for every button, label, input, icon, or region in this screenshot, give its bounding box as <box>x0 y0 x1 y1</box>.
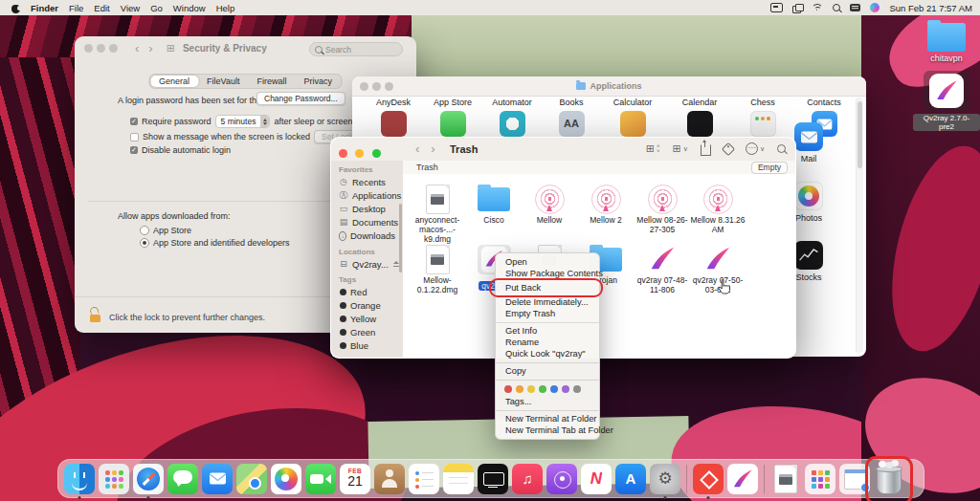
desktop-icon-chitavpn[interactable]: chitavpn <box>917 23 976 63</box>
tags-icon[interactable] <box>722 142 735 155</box>
forward-icon[interactable]: › <box>431 142 434 155</box>
show-all-grid-icon[interactable]: ⊞ <box>167 42 175 54</box>
trash-file-mellow[interactable]: Mellow <box>522 183 577 225</box>
minimize-button[interactable] <box>97 44 105 53</box>
dock-podcasts-icon[interactable] <box>546 464 577 494</box>
tag-color-gray[interactable] <box>573 385 581 393</box>
dock-safari-icon[interactable] <box>133 464 164 494</box>
menu-item-tags[interactable]: Tags... <box>496 396 599 407</box>
app-item-calendar[interactable]: Calendar <box>670 98 729 137</box>
back-icon[interactable]: ‹ <box>135 42 139 54</box>
tab-privacy[interactable]: Privacy <box>295 76 341 87</box>
dock-qv2ray-icon[interactable] <box>727 464 758 494</box>
dock-music-icon[interactable]: ♫ <box>512 464 543 494</box>
menu-item-show-package-contents[interactable]: Show Package Contents <box>496 268 599 279</box>
trash-file-anyconnect[interactable]: anyconnect-macos-...-k9.dmg <box>410 183 465 244</box>
dock-messages-icon[interactable] <box>167 464 198 494</box>
sidebar-tag-orange[interactable]: Orange <box>331 298 403 312</box>
sidebar-tag-blue[interactable]: Blue <box>331 339 403 353</box>
dock-finder-icon[interactable] <box>64 464 95 494</box>
sidebar-item-documents[interactable]: ▤Documents <box>331 216 403 229</box>
menu-go[interactable]: Go <box>150 3 163 13</box>
menu-view[interactable]: View <box>121 3 140 13</box>
zoom-button[interactable] <box>109 44 118 53</box>
menu-item-empty-trash[interactable]: Empty Trash <box>496 308 599 319</box>
app-item-appstore[interactable]: App Store <box>423 98 482 137</box>
sidebar-item-recents[interactable]: ◷Recents <box>331 175 403 188</box>
back-icon[interactable]: ‹ <box>415 142 419 155</box>
trash-file-mellow-dmg[interactable]: Mellow-0.1.22.dmg <box>410 243 465 294</box>
search-input[interactable]: Search <box>309 42 403 56</box>
trash-file-mellow-83126[interactable]: Mellow 8.31.26 AM <box>690 183 746 234</box>
tag-color-blue[interactable] <box>550 385 558 393</box>
dock-calendar-icon[interactable]: FEB 21 <box>340 464 370 494</box>
forward-icon[interactable]: › <box>148 42 152 54</box>
close-button[interactable] <box>84 44 93 53</box>
sidebar-tag-yellow[interactable]: Yellow <box>331 313 403 326</box>
sidebar-scrollbar[interactable] <box>399 204 402 272</box>
dock-photos-icon[interactable] <box>271 464 301 494</box>
app-item-automator[interactable]: Automator <box>482 98 542 137</box>
menu-item-new-terminal-tab[interactable]: New Terminal Tab at Folder <box>496 425 599 436</box>
dock-reminders-icon[interactable] <box>409 464 439 494</box>
trash-file-mellow-08[interactable]: Mellow 08-26-27-305 <box>635 183 690 234</box>
more-actions-icon[interactable]: ⋯∨ <box>746 142 765 155</box>
menu-item-open[interactable]: Open <box>496 256 599 268</box>
keyboard-icon[interactable] <box>850 4 860 11</box>
lock-icon[interactable] <box>90 307 102 322</box>
search-icon[interactable] <box>777 144 786 153</box>
menu-item-delete-immediately[interactable]: Delete Immediately... <box>496 296 599 308</box>
display-icon[interactable] <box>770 3 783 12</box>
tab-firewall[interactable]: Firewall <box>248 76 295 87</box>
close-button[interactable] <box>339 149 347 158</box>
menu-item-put-back[interactable]: Put Back <box>496 283 541 293</box>
sidebar-item-downloads[interactable]: ↓Downloads <box>331 229 403 243</box>
menu-item-get-info[interactable]: Get Info <box>496 325 599 337</box>
share-icon[interactable] <box>701 144 711 156</box>
dock-app-store-icon[interactable]: A <box>615 464 646 494</box>
sidebar-item-qv2ray-volume[interactable]: ⊟Qv2ray... <box>331 257 403 271</box>
change-password-button[interactable]: Change Password... <box>256 92 345 105</box>
menu-window[interactable]: Window <box>173 3 206 13</box>
menu-file[interactable]: File <box>69 3 83 13</box>
wifi-icon[interactable] <box>812 4 823 12</box>
apple-logo-icon[interactable] <box>11 3 20 13</box>
sidebar-tag-red[interactable]: Red <box>331 285 403 298</box>
checkbox-show-message[interactable] <box>130 133 139 142</box>
trash-file-qv2ray-0748[interactable]: qv2ray 07-48-11-806 <box>635 243 690 294</box>
menu-item-quick-look[interactable]: Quick Look "qv2ray" <box>496 348 599 359</box>
tag-color-red[interactable] <box>504 385 512 393</box>
dock-anydesk-icon[interactable] <box>693 464 724 494</box>
scrollbar-thumb[interactable] <box>858 101 862 168</box>
radio-identified-developers[interactable] <box>140 238 149 248</box>
dock-facetime-icon[interactable] <box>305 464 336 494</box>
dock-system-preferences-icon[interactable]: ⚙ <box>650 464 680 494</box>
app-item-anydesk[interactable]: AnyDesk <box>364 98 423 137</box>
minimize-button[interactable] <box>355 149 364 158</box>
menu-item-copy[interactable]: Copy <box>496 365 599 377</box>
dock-news-icon[interactable]: N <box>581 464 612 494</box>
checkbox-require-password[interactable]: ✓ <box>130 118 138 125</box>
siri-icon[interactable] <box>870 3 880 12</box>
scrollbar[interactable] <box>856 98 863 353</box>
menu-finder[interactable]: Finder <box>31 3 58 13</box>
tab-general[interactable]: General <box>150 76 198 87</box>
spotlight-icon[interactable] <box>833 4 840 11</box>
tag-color-orange[interactable] <box>516 385 523 393</box>
sidebar-tag-green[interactable]: Green <box>331 326 403 339</box>
sidebar-item-desktop[interactable]: ▭Desktop <box>331 202 403 215</box>
dock-disk-image-icon[interactable] <box>770 464 801 494</box>
dock-tv-icon[interactable] <box>478 464 508 494</box>
dock-downloads-folder-icon[interactable] <box>839 464 870 494</box>
windows-icon[interactable] <box>792 4 802 11</box>
checkbox-disable-auto-login[interactable]: ✓ <box>130 146 138 154</box>
dock-apps-folder-icon[interactable] <box>805 464 835 494</box>
dock-trash-icon[interactable] <box>874 464 904 494</box>
tag-color-yellow[interactable] <box>527 385 535 393</box>
dock-maps-icon[interactable] <box>236 464 267 494</box>
menu-help[interactable]: Help <box>216 3 235 13</box>
group-view-icon[interactable]: ⊞∨ <box>673 143 688 154</box>
tag-color-green[interactable] <box>539 385 546 393</box>
zoom-button[interactable] <box>372 149 381 158</box>
icon-view-icon[interactable]: ⊞˄˅ <box>646 143 660 154</box>
